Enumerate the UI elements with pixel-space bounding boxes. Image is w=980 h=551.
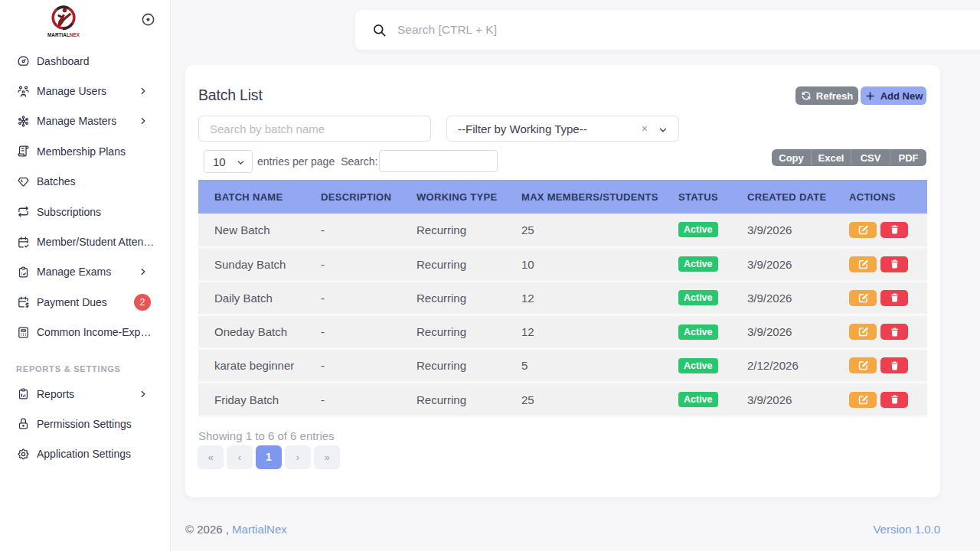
svg-text:MARTIALNEX: MARTIALNEX xyxy=(47,32,80,37)
